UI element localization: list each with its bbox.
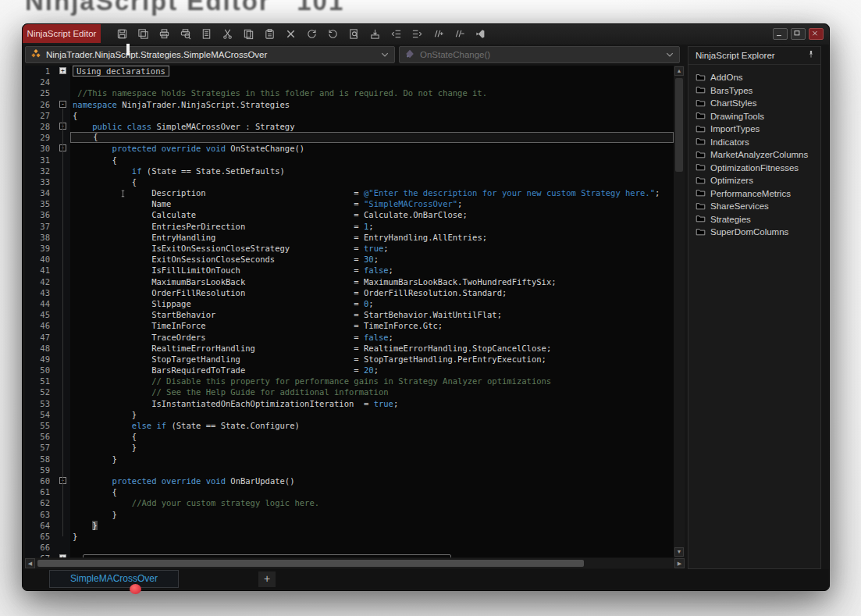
- code-line[interactable]: 25 //This namespace holds Strategies in …: [25, 87, 674, 98]
- explorer-folder-addons[interactable]: AddOns: [696, 71, 820, 84]
- code-line[interactable]: 50 BarsRequiredToTrade = 20;: [25, 365, 674, 376]
- scroll-down-button[interactable]: ▼: [674, 547, 684, 557]
- copy-button[interactable]: [241, 26, 255, 42]
- save-as-button[interactable]: [136, 26, 150, 42]
- visual-studio-button[interactable]: [473, 26, 487, 42]
- chevron-down-icon[interactable]: [380, 50, 390, 59]
- code-line[interactable]: 54 }: [25, 409, 674, 420]
- code-line[interactable]: 29 {: [25, 132, 674, 143]
- code-line[interactable]: 47 TraceOrders = false;: [25, 332, 674, 343]
- fold-marker[interactable]: +: [59, 554, 66, 557]
- code-line[interactable]: 61 {: [25, 486, 674, 497]
- cut-button[interactable]: [220, 26, 234, 42]
- outdent-button[interactable]: [389, 26, 403, 42]
- code-line[interactable]: 26-namespace NinjaTrader.NinjaScript.Str…: [25, 99, 674, 110]
- fold-marker[interactable]: -: [59, 101, 66, 108]
- close-button[interactable]: [809, 28, 824, 40]
- line-number: 42: [25, 276, 56, 287]
- code-line[interactable]: 66: [25, 542, 674, 553]
- code-line[interactable]: 24: [25, 77, 674, 87]
- code-editor[interactable]: 1+Using declarations2425 //This namespac…: [25, 66, 685, 557]
- folder-icon: [696, 175, 706, 187]
- tab-simplemacrossover[interactable]: SimpleMACrossOver: [49, 570, 179, 588]
- code-line[interactable]: 30- protected override void OnStateChang…: [25, 143, 674, 154]
- code-line[interactable]: 44 Slippage = 0;: [25, 298, 674, 309]
- delete-button[interactable]: [283, 26, 297, 42]
- code-line[interactable]: 52 // See the Help Guide for additional …: [25, 386, 674, 397]
- explorer-folder-optimizers[interactable]: Optimizers: [696, 174, 820, 187]
- code-line[interactable]: 27{: [25, 110, 674, 121]
- code-line[interactable]: 32 if (State == State.SetDefaults): [25, 166, 674, 176]
- code-line[interactable]: 33 {: [25, 176, 674, 187]
- explorer-folder-marketanalyzercolumns[interactable]: MarketAnalyzerColumns: [696, 148, 820, 162]
- code-line[interactable]: 38 EntryHandling = EntryHandling.AllEntr…: [25, 232, 674, 243]
- uncomment-selection-button[interactable]: [452, 26, 466, 42]
- code-line[interactable]: 58 }: [25, 454, 674, 465]
- explorer-folder-strategies[interactable]: Strategies: [696, 213, 820, 226]
- explorer-folder-shareservices[interactable]: ShareServices: [696, 200, 820, 213]
- code-line[interactable]: 53 IsInstantiatedOnEachOptimizationItera…: [25, 398, 674, 409]
- code-line[interactable]: 37 EntriesPerDirection = 1;: [25, 221, 674, 232]
- code-line[interactable]: 63 }: [25, 509, 674, 520]
- pin-icon[interactable]: [806, 48, 816, 62]
- template-button[interactable]: [199, 26, 213, 42]
- paste-button[interactable]: [262, 26, 276, 42]
- redo-button[interactable]: [326, 26, 340, 42]
- explorer-folder-superdomcolumns[interactable]: SuperDomColumns: [696, 226, 820, 239]
- compile-button[interactable]: [368, 26, 382, 42]
- code-line[interactable]: 36 Calculate = Calculate.OnBarClose;: [25, 209, 674, 220]
- code-line[interactable]: 55 else if (State == State.Configure): [25, 420, 674, 431]
- code-line[interactable]: 51 // Disable this property for performa…: [25, 376, 674, 386]
- code-line[interactable]: 48 RealtimeErrorHandling = RealtimeError…: [25, 343, 674, 354]
- scroll-right-button[interactable]: ▶: [674, 558, 685, 568]
- vertical-scrollbar[interactable]: ▲ ▼: [674, 66, 685, 557]
- comment-selection-button[interactable]: [431, 26, 445, 42]
- print-preview-button[interactable]: [178, 26, 192, 42]
- code-line[interactable]: 49 StopTargetHandling = StopTargetHandli…: [25, 354, 674, 365]
- maximize-button[interactable]: [791, 28, 806, 40]
- undo-button[interactable]: [304, 26, 318, 42]
- explorer-folder-optimizationfitnesses[interactable]: OptimizationFitnesses: [696, 162, 820, 175]
- find-in-file-button[interactable]: [347, 26, 361, 42]
- code-line[interactable]: 43 OrderFillResolution = OrderFillResolu…: [25, 287, 674, 298]
- code-line[interactable]: 39 IsExitOnSessionCloseStrategy = true;: [25, 243, 674, 254]
- type-dropdown[interactable]: NinjaTrader.NinjaScript.Strategies.Simpl…: [25, 46, 395, 63]
- code-line[interactable]: 45 StartBehavior = StartBehavior.WaitUnt…: [25, 309, 674, 320]
- code-line[interactable]: 1+Using declarations: [25, 66, 674, 77]
- folder-icon: [696, 136, 706, 148]
- horizontal-scroll-thumb[interactable]: [37, 560, 584, 567]
- code-line[interactable]: 67+: [25, 553, 674, 557]
- save-button[interactable]: [115, 26, 129, 42]
- scroll-left-button[interactable]: ◀: [25, 558, 35, 568]
- member-dropdown[interactable]: OnStateChange(): [399, 46, 680, 63]
- code-line[interactable]: 64 }: [25, 520, 674, 531]
- code-line[interactable]: 40 ExitOnSessionCloseSeconds = 30;: [25, 254, 674, 265]
- code-line[interactable]: 46 TimeInForce = TimeInForce.Gtc;: [25, 320, 674, 331]
- indent-button[interactable]: [410, 26, 424, 42]
- chevron-down-icon[interactable]: [665, 50, 674, 59]
- scroll-up-button[interactable]: ▲: [674, 66, 684, 76]
- code-line[interactable]: 28- public class SimpleMACrossOver : Str…: [25, 121, 674, 132]
- code-line[interactable]: 57 }: [25, 442, 674, 453]
- vertical-scroll-thumb[interactable]: [675, 78, 683, 172]
- fold-marker[interactable]: +: [59, 67, 66, 74]
- code-line[interactable]: 65}: [25, 531, 674, 542]
- explorer-folder-drawingtools[interactable]: DrawingTools: [696, 110, 820, 123]
- code-line[interactable]: 31 {: [25, 155, 674, 166]
- new-tab-button[interactable]: +: [258, 571, 276, 587]
- folder-label: MarketAnalyzerColumns: [710, 150, 808, 159]
- explorer-folder-barstypes[interactable]: BarsTypes: [696, 84, 820, 98]
- code-line[interactable]: 41 IsFillLimitOnTouch = false;: [25, 265, 674, 276]
- code-line[interactable]: 60- protected override void OnBarUpdate(…: [25, 475, 674, 486]
- explorer-folder-chartstyles[interactable]: ChartStyles: [696, 97, 820, 110]
- code-line[interactable]: 56 {: [25, 431, 674, 442]
- code-line[interactable]: 62 //Add your custom strategy logic here…: [25, 497, 674, 508]
- explorer-folder-indicators[interactable]: Indicators: [696, 136, 820, 149]
- explorer-folder-performancemetrics[interactable]: PerformanceMetrics: [696, 187, 820, 201]
- minimize-button[interactable]: [773, 28, 788, 40]
- code-line[interactable]: 59: [25, 465, 674, 475]
- print-button[interactable]: [157, 26, 171, 42]
- horizontal-scrollbar[interactable]: ◀ ▶: [25, 558, 685, 568]
- code-line[interactable]: 42 MaximumBarsLookBack = MaximumBarsLook…: [25, 276, 674, 287]
- explorer-folder-importtypes[interactable]: ImportTypes: [696, 123, 820, 136]
